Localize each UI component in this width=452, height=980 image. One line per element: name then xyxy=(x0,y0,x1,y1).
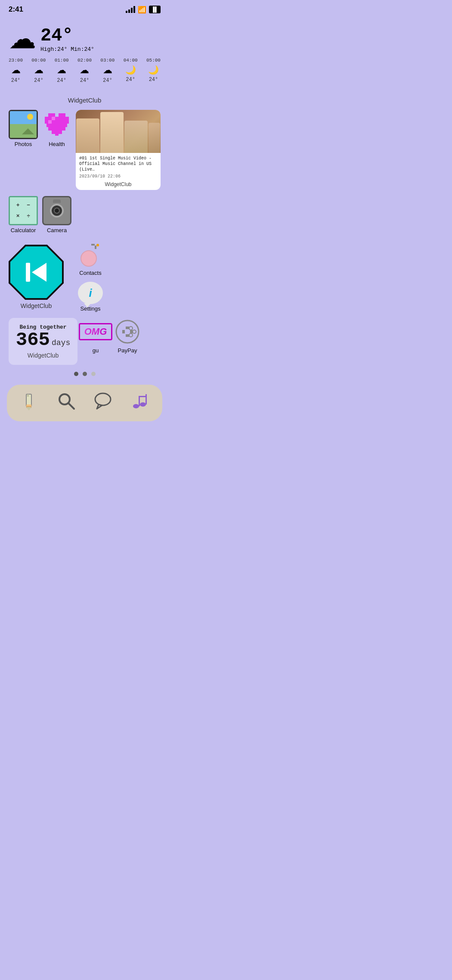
svg-point-22 xyxy=(116,320,139,343)
bottom-widgets-row: Being together 365 days WidgetClub OMG g… xyxy=(0,318,169,365)
status-icons: 📶 ▐▌ xyxy=(126,6,161,14)
weather-hour-1: 00:00 ☁ 24° xyxy=(31,58,46,84)
mv-info: #01 1st Single Music Video - Official Mu… xyxy=(76,153,161,180)
weather-main: ☁ 24° High:24° Min:24° xyxy=(9,25,161,53)
svg-point-41 xyxy=(140,402,146,407)
svg-marker-34 xyxy=(26,407,31,411)
info-bubble: i xyxy=(78,282,103,304)
skip-icon xyxy=(26,263,46,282)
app-paypay[interactable]: PayPay xyxy=(114,318,141,354)
mv-thumbnail xyxy=(76,110,161,153)
weather-hour-6: 05:00 🌙 24° xyxy=(146,58,161,84)
camera-label: Camera xyxy=(47,227,67,233)
photos-icon xyxy=(9,110,38,139)
svg-point-27 xyxy=(129,327,133,330)
svg-rect-1 xyxy=(52,113,55,117)
svg-rect-6 xyxy=(62,117,65,120)
player-widget[interactable]: WidgetClub xyxy=(9,245,64,309)
dock-music-icon xyxy=(130,392,149,414)
app-camera[interactable]: Camera xyxy=(42,196,71,233)
svg-rect-12 xyxy=(55,134,59,136)
days-unit: days xyxy=(52,339,70,347)
page-dot-0[interactable] xyxy=(74,372,78,376)
settings-icon: i xyxy=(77,280,104,305)
page-dots xyxy=(0,372,169,376)
svg-rect-25 xyxy=(122,330,125,333)
player-row: WidgetClub Contacts xyxy=(0,242,169,312)
page-dot-1[interactable] xyxy=(83,372,87,376)
svg-rect-17 xyxy=(95,246,96,247)
app-gu[interactable]: OMG gu xyxy=(82,318,109,354)
svg-rect-23 xyxy=(126,327,129,329)
music-video-widget[interactable]: #01 1st Single Music Video - Official Mu… xyxy=(76,110,161,190)
dock-item-1[interactable] xyxy=(15,392,45,414)
weather-hour-2: 01:00 ☁ 24° xyxy=(55,58,69,84)
player-label: WidgetClub xyxy=(21,302,52,309)
mv-title: #01 1st Single Music Video - Official Mu… xyxy=(79,156,157,172)
app-contacts[interactable]: Contacts xyxy=(77,242,104,276)
svg-rect-11 xyxy=(52,131,62,134)
weather-hourly: 23:00 ☁ 24° 00:00 ☁ 24° 01:00 ☁ 24° 02:0… xyxy=(9,58,161,84)
svg-rect-32 xyxy=(27,394,29,397)
contacts-settings-column: Contacts i Settings xyxy=(77,242,104,312)
svg-rect-10 xyxy=(48,127,65,131)
gu-label: gu xyxy=(93,347,99,354)
weather-cloud-icon: ☁ xyxy=(9,25,36,53)
svg-rect-4 xyxy=(45,117,48,120)
days-widget[interactable]: Being together 365 days WidgetClub xyxy=(9,318,77,365)
dock-search-icon xyxy=(57,392,76,414)
svg-rect-40 xyxy=(139,396,140,406)
camera-icon xyxy=(42,196,71,225)
svg-rect-0 xyxy=(48,113,52,117)
svg-rect-7 xyxy=(65,117,69,120)
svg-point-39 xyxy=(133,404,139,408)
status-time: 2:41 xyxy=(9,5,23,14)
svg-rect-24 xyxy=(126,334,129,337)
svg-point-37 xyxy=(95,393,111,405)
dock-item-3[interactable] xyxy=(88,392,118,414)
weather-hour-3: 02:00 ☁ 24° xyxy=(77,58,92,84)
svg-line-36 xyxy=(68,403,74,409)
svg-rect-18 xyxy=(95,247,96,249)
photos-label: Photos xyxy=(15,141,32,147)
app-row-2: +− ×÷ Calculator Camera xyxy=(0,196,169,233)
contacts-label: Contacts xyxy=(79,270,101,276)
omg-logo: OMG xyxy=(79,323,113,340)
octa-player-bg xyxy=(9,245,64,300)
page-dot-2[interactable] xyxy=(91,372,96,376)
calculator-label: Calculator xyxy=(11,227,36,233)
health-icon xyxy=(42,110,71,139)
battery-icon: ▐▌ xyxy=(149,6,161,13)
paypay-label: PayPay xyxy=(118,347,137,354)
app-health[interactable]: Health xyxy=(42,110,71,147)
weather-temp-block: 24° High:24° Min:24° xyxy=(40,25,94,53)
svg-rect-2 xyxy=(59,113,62,117)
mv-source: WidgetClub xyxy=(76,180,161,190)
app-calculator[interactable]: +− ×÷ Calculator xyxy=(9,196,38,233)
calculator-icon: +− ×÷ xyxy=(9,196,38,225)
status-bar: 2:41 📶 ▐▌ xyxy=(0,0,169,16)
svg-rect-15 xyxy=(91,244,93,246)
weather-widget: ☁ 24° High:24° Min:24° 23:00 ☁ 24° 00:00… xyxy=(9,21,161,88)
wifi-icon: 📶 xyxy=(138,6,146,14)
weather-highlow: High:24° Min:24° xyxy=(40,46,94,53)
dock-pen-icon xyxy=(20,392,39,414)
svg-rect-42 xyxy=(146,394,147,404)
weather-hour-0: 23:00 ☁ 24° xyxy=(9,58,23,84)
svg-rect-3 xyxy=(62,113,65,117)
days-number: 365 xyxy=(16,330,50,349)
days-widget-label: WidgetClub xyxy=(15,352,71,359)
dock-item-2[interactable] xyxy=(51,392,81,414)
dock-item-4[interactable] xyxy=(124,392,155,414)
svg-rect-19 xyxy=(96,244,99,246)
svg-rect-43 xyxy=(139,396,147,397)
svg-rect-9 xyxy=(46,124,67,127)
days-counter: 365 days xyxy=(15,330,71,349)
svg-rect-16 xyxy=(93,244,95,246)
weather-hour-4: 03:00 ☁ 24° xyxy=(100,58,115,84)
health-label: Health xyxy=(49,141,65,147)
app-settings[interactable]: i Settings xyxy=(77,280,104,312)
contacts-icon xyxy=(77,242,104,270)
signal-icon xyxy=(126,6,135,13)
app-photos[interactable]: Photos xyxy=(9,110,38,147)
